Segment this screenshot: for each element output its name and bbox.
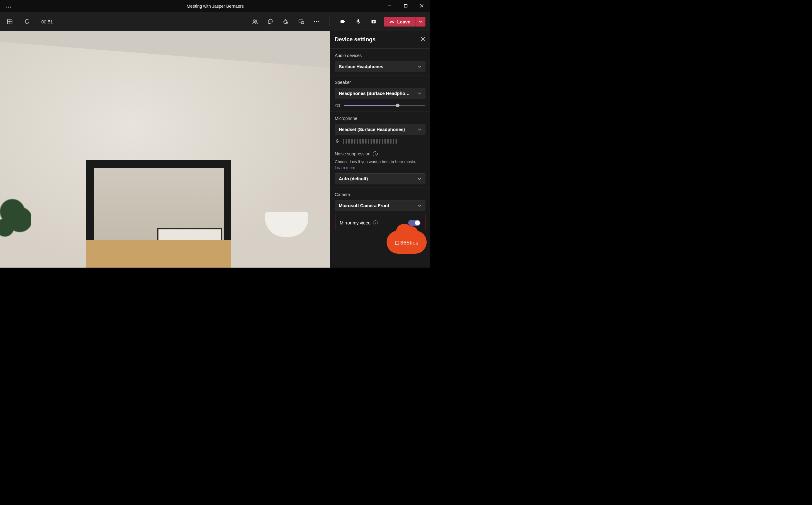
chat-button[interactable] — [265, 17, 275, 26]
microphone-dropdown[interactable]: Headset (Surface Headphones) — [335, 124, 425, 135]
svg-point-21 — [316, 21, 317, 22]
window-close-button[interactable] — [418, 2, 425, 10]
chevron-down-icon — [419, 20, 422, 23]
window-maximize-button[interactable] — [402, 2, 409, 10]
content-area: Device settings Audio devices Surface He… — [0, 31, 430, 268]
camera-value: Microsoft Camera Front — [339, 203, 389, 208]
camera-label: Camera — [335, 192, 425, 197]
svg-point-16 — [287, 22, 287, 23]
info-icon[interactable]: i — [373, 220, 378, 225]
panel-title: Device settings — [335, 36, 376, 43]
leave-options-button[interactable] — [415, 17, 425, 26]
svg-point-22 — [318, 21, 319, 22]
svg-point-11 — [255, 20, 257, 21]
svg-rect-4 — [404, 5, 407, 7]
noise-suppression-value: Auto (default) — [339, 176, 368, 181]
svg-rect-19 — [301, 22, 304, 24]
camera-toggle-button[interactable] — [338, 17, 348, 26]
office-logo-icon — [395, 241, 399, 245]
hangup-icon — [389, 20, 395, 23]
microphone-value: Headset (Surface Headphones) — [339, 127, 405, 132]
camera-dropdown[interactable]: Microsoft Camera Front — [335, 200, 425, 211]
watermark-badge: 365tips — [387, 230, 427, 255]
speaker-value: Headphones (Surface Headphon... — [339, 91, 410, 96]
leave-button[interactable]: Leave — [384, 17, 415, 26]
more-actions-button[interactable] — [312, 17, 322, 26]
close-icon — [420, 37, 425, 42]
chevron-down-icon — [418, 92, 421, 95]
meeting-timer: 00:51 — [41, 19, 53, 24]
meeting-toolbar: 00:51 Leave — [0, 12, 430, 31]
svg-point-10 — [253, 20, 255, 21]
leave-button-group: Leave — [384, 17, 425, 26]
speaker-dropdown[interactable]: Headphones (Surface Headphon... — [335, 88, 425, 99]
svg-point-0 — [6, 6, 7, 7]
mic-level-meter — [343, 139, 397, 144]
svg-rect-23 — [341, 20, 344, 23]
svg-rect-24 — [358, 19, 359, 22]
window-title: Meeting with Jasper Bernaers — [187, 4, 243, 9]
noise-suppression-label: Noise suppression i — [335, 151, 425, 156]
audio-device-dropdown[interactable]: Surface Headphones — [335, 61, 425, 72]
layout-grid-button[interactable] — [5, 17, 15, 26]
mic-icon — [335, 139, 340, 144]
chevron-down-icon — [418, 177, 421, 181]
speaker-label: Speaker — [335, 80, 425, 85]
svg-point-15 — [286, 22, 288, 24]
audio-device-value: Surface Headphones — [339, 64, 383, 69]
volume-icon — [335, 103, 340, 108]
window-titlebar: Meeting with Jasper Bernaers — [0, 0, 430, 12]
noise-suppression-dropdown[interactable]: Auto (default) — [335, 173, 425, 184]
titlebar-more-button[interactable] — [2, 3, 14, 10]
reactions-button[interactable] — [281, 17, 291, 26]
svg-point-2 — [10, 6, 11, 7]
speaker-volume-slider[interactable] — [344, 105, 425, 106]
device-settings-panel: Device settings Audio devices Surface He… — [330, 31, 430, 268]
window-minimize-button[interactable] — [386, 2, 393, 10]
panel-close-button[interactable] — [420, 37, 425, 43]
microphone-label: Microphone — [335, 116, 425, 121]
share-screen-button[interactable] — [369, 17, 379, 26]
svg-point-12 — [268, 19, 272, 23]
mirror-video-toggle[interactable] — [408, 220, 420, 226]
noise-suppression-hint: Choose Low if you want others to hear mu… — [335, 159, 425, 164]
info-icon[interactable]: i — [373, 151, 378, 156]
chevron-down-icon — [418, 128, 421, 131]
shield-icon[interactable] — [22, 17, 32, 26]
mirror-video-label: Mirror my video i — [340, 220, 378, 225]
mic-toggle-button[interactable] — [353, 17, 363, 26]
svg-point-1 — [8, 6, 9, 7]
rooms-button[interactable] — [296, 17, 306, 26]
svg-rect-29 — [337, 139, 338, 142]
toolbar-divider — [330, 17, 330, 26]
chevron-down-icon — [418, 204, 421, 207]
learn-more-link[interactable]: Learn more — [335, 165, 355, 170]
annotation-highlight: Mirror my video i — [335, 214, 425, 230]
leave-label: Leave — [397, 19, 410, 24]
people-button[interactable] — [250, 17, 260, 26]
video-stage — [0, 31, 330, 268]
audio-devices-label: Audio devices — [335, 53, 425, 58]
chevron-down-icon — [418, 65, 421, 68]
svg-point-20 — [314, 21, 315, 22]
